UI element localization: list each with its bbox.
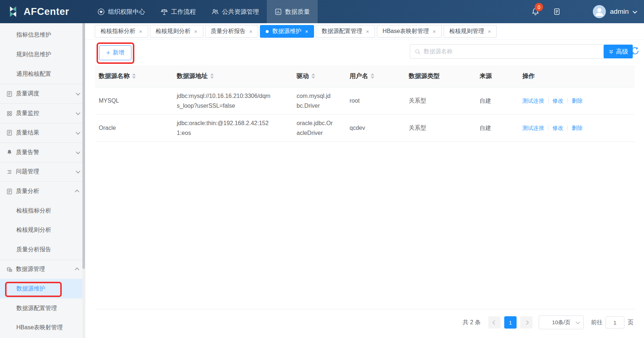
cell-address: jdbc:oracle:thin:@192.168.2.42:1521:eos xyxy=(173,114,293,141)
sidebar-group-quality-alert[interactable]: 质量告警 xyxy=(0,143,85,162)
plus-icon: + xyxy=(106,50,110,56)
sidebar-item-hbase-table-mapping[interactable]: HBase表映射管理 xyxy=(0,318,85,338)
search-box xyxy=(410,44,604,59)
add-button-label: 新增 xyxy=(113,49,124,57)
page-unit-label: 页 xyxy=(628,319,633,326)
close-icon[interactable]: × xyxy=(305,29,308,34)
main-content: 检核指标分析 × 检核规则分析 × 质量分析报告 × 数据源维护 × 数据源配置… xyxy=(85,23,644,338)
cell-name: MYSQL xyxy=(95,87,173,114)
column-header-type: 数据源类型 xyxy=(405,65,476,87)
datasource-table: 数据源名称 数据源地址 驱动 xyxy=(95,65,635,142)
sort-carets-icon[interactable] xyxy=(371,73,374,79)
open-tabs-bar: 检核指标分析 × 检核规则分析 × 质量分析报告 × 数据源维护 × 数据源配置… xyxy=(85,23,644,40)
sort-carets-icon[interactable] xyxy=(210,73,214,79)
sidebar-group-quality-result[interactable]: 质量结果 xyxy=(0,123,85,143)
nav-item-workflow[interactable]: 工作流程 xyxy=(153,0,204,23)
test-connection-link[interactable]: 测试连接 xyxy=(522,123,544,133)
column-header-label: 数据源名称 xyxy=(99,72,130,80)
tab-datasource-config-management[interactable]: 数据源配置管理 × xyxy=(316,25,375,38)
brand-title: AFCenter xyxy=(24,6,69,17)
close-icon[interactable]: × xyxy=(433,29,436,34)
sidebar-item-datasource-maintenance[interactable]: 数据源维护 xyxy=(0,279,85,298)
close-icon[interactable]: × xyxy=(488,29,491,34)
sidebar-item-rule-info[interactable]: 规则信息维护 xyxy=(0,45,85,65)
tab-label: HBase表映射管理 xyxy=(383,28,429,35)
column-header-username[interactable]: 用户名 xyxy=(346,65,405,87)
next-page-button[interactable] xyxy=(520,316,533,329)
sidebar-item-quality-analysis-report[interactable]: 质量分析报告 xyxy=(0,240,85,260)
document-icon xyxy=(6,91,13,97)
notification-bell-button[interactable]: 0 xyxy=(531,7,540,16)
top-nav-menu: 组织权限中心 工作流程 公共资源管理 xyxy=(90,0,318,23)
sidebar-item-label: 指标信息维护 xyxy=(16,31,51,39)
sidebar-item-general-check-config[interactable]: 通用检核配置 xyxy=(0,65,85,84)
sidebar-item-indicator-info[interactable]: 指标信息维护 xyxy=(0,25,85,45)
lines-icon xyxy=(6,169,13,175)
delete-link[interactable]: 删除 xyxy=(572,96,583,106)
edit-link[interactable]: 修改 xyxy=(553,123,563,133)
cell-name: Oracle xyxy=(95,114,173,141)
tab-hbase-table-mapping[interactable]: HBase表映射管理 × xyxy=(377,25,442,38)
sidebar: 指标信息维护 规则信息维护 通用检核配置 质量调度 质量监控 xyxy=(0,23,85,338)
column-header-name[interactable]: 数据源名称 xyxy=(95,65,173,87)
tab-check-rule-analysis[interactable]: 检核规则分析 × xyxy=(150,25,203,38)
column-header-label: 数据源类型 xyxy=(409,72,440,80)
tab-check-rule-management[interactable]: 检核规则管理 × xyxy=(444,25,497,38)
advanced-search-button[interactable]: 高级 xyxy=(604,45,633,58)
document-list-icon xyxy=(553,8,561,16)
tab-datasource-maintenance[interactable]: 数据源维护 × xyxy=(260,25,314,38)
delete-link[interactable]: 删除 xyxy=(572,123,583,133)
test-connection-link[interactable]: 测试连接 xyxy=(522,96,544,106)
sidebar-group-datasource-management[interactable]: 数据源管理 xyxy=(0,260,85,279)
table-bottom-border xyxy=(95,309,635,309)
sidebar-item-label: 问题管理 xyxy=(16,168,39,176)
chevron-down-icon xyxy=(76,130,81,135)
prev-page-button[interactable] xyxy=(488,316,501,329)
page-size-select[interactable]: 10条/页 xyxy=(539,316,584,329)
close-icon[interactable]: × xyxy=(139,29,142,34)
sidebar-group-quality-schedule[interactable]: 质量调度 xyxy=(0,84,85,103)
close-icon[interactable]: × xyxy=(249,29,253,34)
divider xyxy=(567,98,568,103)
tab-quality-analysis-report[interactable]: 质量分析报告 × xyxy=(205,25,258,38)
nav-item-label: 公共资源管理 xyxy=(222,8,259,16)
cell-actions: 测试连接 修改 删除 xyxy=(519,114,635,141)
sidebar-item-datasource-config-management[interactable]: 数据源配置管理 xyxy=(0,298,85,318)
nav-item-label: 工作流程 xyxy=(171,8,196,16)
heart-circle-icon xyxy=(97,8,105,16)
sidebar-group-quality-monitor[interactable]: 质量监控 xyxy=(0,103,85,123)
search-icon xyxy=(415,49,421,55)
search-input[interactable] xyxy=(424,48,599,55)
grid-icon xyxy=(6,110,13,117)
sort-carets-icon[interactable] xyxy=(311,73,315,79)
sidebar-item-check-rule-analysis[interactable]: 检核规则分析 xyxy=(0,220,85,240)
column-header-address[interactable]: 数据源地址 xyxy=(173,65,293,87)
user-menu[interactable]: admin xyxy=(593,5,636,18)
close-icon[interactable]: × xyxy=(366,29,369,34)
pagination: 共 2 条 1 10条/页 前往 页 xyxy=(462,316,633,329)
close-icon[interactable]: × xyxy=(194,29,197,34)
add-button[interactable]: + 新增 xyxy=(99,45,131,60)
cell-driver: com.mysql.jdbc.Driver xyxy=(293,87,346,114)
toolbar: + 新增 高级 xyxy=(85,40,644,65)
avatar xyxy=(593,5,606,18)
page-number-button[interactable]: 1 xyxy=(504,316,517,329)
double-chevron-down-icon xyxy=(608,49,614,54)
document-list-button[interactable] xyxy=(553,8,561,16)
sidebar-item-label: 检核规则分析 xyxy=(16,226,51,234)
nav-item-public-resource[interactable]: 公共资源管理 xyxy=(204,0,267,23)
sidebar-scrollbar[interactable] xyxy=(82,23,85,338)
column-header-driver[interactable]: 驱动 xyxy=(293,65,346,87)
document-icon xyxy=(6,129,13,136)
sidebar-group-quality-analysis[interactable]: 质量分析 xyxy=(0,181,85,201)
cell-username: qcdev xyxy=(346,114,405,141)
tab-check-indicator-analysis[interactable]: 检核指标分析 × xyxy=(95,25,148,38)
goto-page-input[interactable] xyxy=(606,316,624,329)
sort-carets-icon[interactable] xyxy=(132,73,136,79)
nav-item-org-permission[interactable]: 组织权限中心 xyxy=(90,0,153,23)
sidebar-scrollbar-thumb[interactable] xyxy=(82,23,85,269)
edit-link[interactable]: 修改 xyxy=(553,96,563,106)
nav-item-data-quality[interactable]: 数据质量 xyxy=(267,0,318,23)
sidebar-group-issue-management[interactable]: 问题管理 xyxy=(0,162,85,182)
sidebar-item-check-indicator-analysis[interactable]: 检核指标分析 xyxy=(0,201,85,220)
